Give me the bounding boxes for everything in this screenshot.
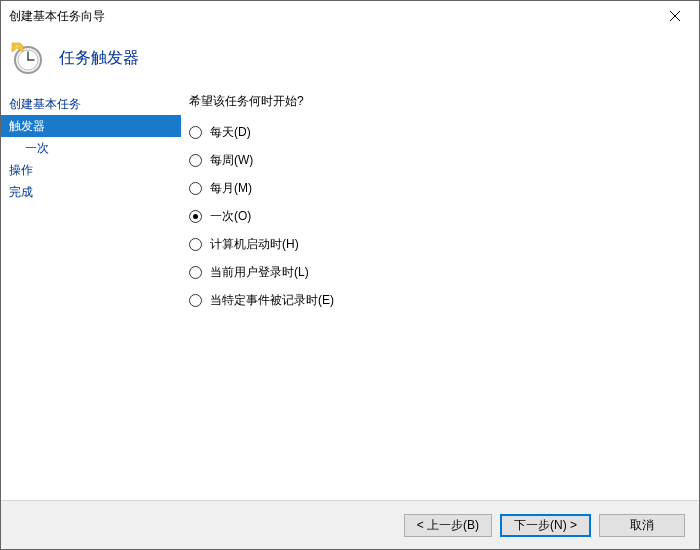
trigger-option[interactable]: 每天(D): [189, 124, 691, 141]
trigger-option[interactable]: 每月(M): [189, 180, 691, 197]
wizard-body: 创建基本任务触发器一次操作完成 希望该任务何时开始? 每天(D)每周(W)每月(…: [1, 89, 699, 500]
wizard-step[interactable]: 触发器: [1, 115, 181, 137]
trigger-options: 每天(D)每周(W)每月(M)一次(O)计算机启动时(H)当前用户登录时(L)当…: [189, 124, 691, 309]
back-button[interactable]: < 上一步(B): [404, 514, 492, 537]
trigger-option-label: 一次(O): [210, 208, 251, 225]
radio-icon: [189, 238, 202, 251]
trigger-option-label: 每周(W): [210, 152, 253, 169]
wizard-step[interactable]: 创建基本任务: [1, 93, 181, 115]
trigger-option[interactable]: 每周(W): [189, 152, 691, 169]
trigger-option-label: 每月(M): [210, 180, 252, 197]
close-button[interactable]: [652, 2, 697, 30]
trigger-option[interactable]: 当特定事件被记录时(E): [189, 292, 691, 309]
radio-icon: [189, 154, 202, 167]
wizard-main: 希望该任务何时开始? 每天(D)每周(W)每月(M)一次(O)计算机启动时(H)…: [181, 89, 699, 500]
wizard-step[interactable]: 完成: [1, 181, 181, 203]
trigger-option-label: 当前用户登录时(L): [210, 264, 309, 281]
trigger-option[interactable]: 一次(O): [189, 208, 691, 225]
svg-marker-6: [12, 43, 23, 52]
wizard-window: 创建基本任务向导 任务触发器 创建基本任务触发器一次操作完成 希望该任务何时开始…: [0, 0, 700, 550]
close-icon: [670, 11, 680, 21]
page-title: 任务触发器: [59, 48, 139, 69]
scheduled-task-icon: [9, 41, 43, 75]
radio-icon: [189, 266, 202, 279]
radio-icon: [189, 126, 202, 139]
trigger-option-label: 每天(D): [210, 124, 251, 141]
trigger-option[interactable]: 当前用户登录时(L): [189, 264, 691, 281]
cancel-button[interactable]: 取消: [599, 514, 685, 537]
wizard-step[interactable]: 一次: [1, 137, 181, 159]
radio-icon: [189, 210, 202, 223]
next-button[interactable]: 下一步(N) >: [500, 514, 591, 537]
trigger-prompt: 希望该任务何时开始?: [189, 93, 691, 110]
wizard-step[interactable]: 操作: [1, 159, 181, 181]
trigger-option[interactable]: 计算机启动时(H): [189, 236, 691, 253]
titlebar: 创建基本任务向导: [1, 1, 699, 31]
window-title: 创建基本任务向导: [9, 8, 652, 25]
trigger-option-label: 计算机启动时(H): [210, 236, 299, 253]
wizard-steps-sidebar: 创建基本任务触发器一次操作完成: [1, 89, 181, 500]
wizard-header: 任务触发器: [1, 31, 699, 89]
radio-icon: [189, 182, 202, 195]
trigger-option-label: 当特定事件被记录时(E): [210, 292, 334, 309]
wizard-footer: < 上一步(B) 下一步(N) > 取消: [1, 500, 699, 549]
radio-icon: [189, 294, 202, 307]
